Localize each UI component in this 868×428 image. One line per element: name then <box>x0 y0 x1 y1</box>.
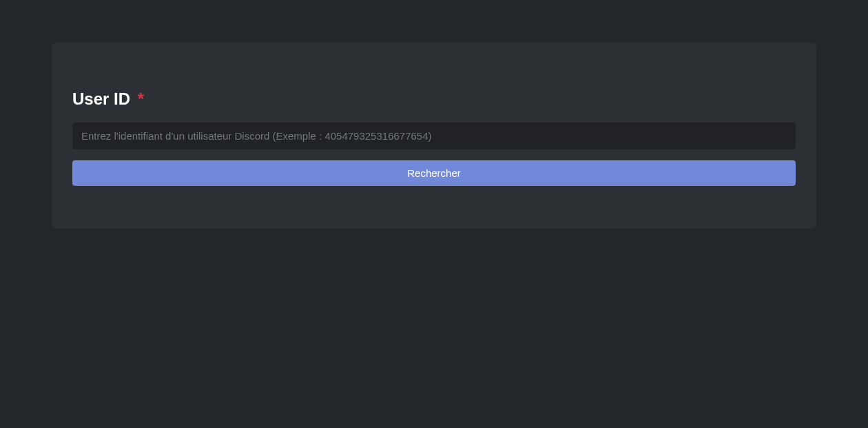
label-text: User ID <box>72 89 130 108</box>
search-button[interactable]: Rechercher <box>72 160 796 186</box>
user-lookup-card: User ID * Rechercher <box>52 43 816 228</box>
user-id-label: User ID * <box>72 89 796 109</box>
user-id-input[interactable] <box>72 122 796 149</box>
required-asterisk-icon: * <box>138 89 144 108</box>
